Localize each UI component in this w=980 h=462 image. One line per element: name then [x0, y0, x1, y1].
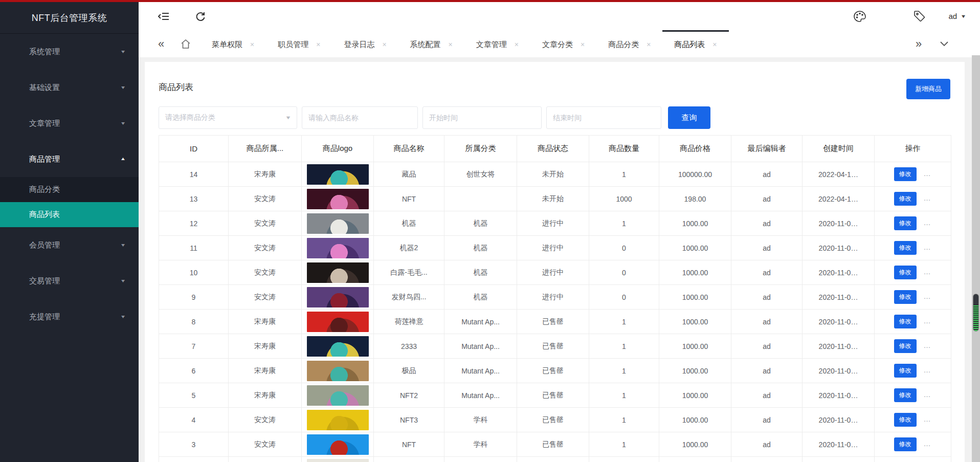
cell-seller: 宋寿康	[229, 334, 302, 359]
refresh-icon[interactable]	[194, 10, 207, 23]
add-product-button[interactable]: 新增商品	[906, 79, 950, 99]
cell-name: 综合	[374, 457, 444, 462]
tab-close-icon[interactable]: ×	[316, 40, 320, 49]
cell-actions: 修改 …	[875, 285, 951, 310]
more-actions-icon[interactable]: …	[923, 243, 931, 251]
cell-actions: 修改 …	[875, 432, 951, 457]
column-header: 商品价格	[659, 136, 731, 162]
tab[interactable]: 登录日志 ×	[332, 30, 398, 57]
sidebar-item[interactable]: 商品列表 ▼	[0, 202, 139, 227]
more-actions-icon[interactable]: …	[923, 218, 931, 227]
cell-actions: 修改 …	[875, 211, 951, 236]
cell-name: 藏品	[374, 162, 444, 187]
cell-id: 9	[159, 285, 229, 310]
cell-category: 机器	[444, 211, 517, 236]
cell-id: 5	[159, 383, 229, 408]
cell-price: 100000.00	[659, 162, 731, 187]
more-actions-icon[interactable]: …	[923, 169, 931, 178]
theme-palette-icon[interactable]	[853, 10, 866, 23]
page-scrollbar-track[interactable]	[972, 55, 980, 462]
edit-button[interactable]: 修改	[894, 216, 917, 230]
tab-close-icon[interactable]: ×	[581, 40, 585, 49]
table-row: 8 宋寿康 荷莲禅意 Mutant Ap... 已售罄 1 1000.00 ad…	[159, 310, 951, 334]
cell-id: 10	[159, 260, 229, 285]
collapse-sidebar-icon[interactable]	[157, 10, 170, 23]
tab[interactable]: 文章分类 ×	[530, 30, 596, 57]
sidebar-item[interactable]: 系统管理 ▼	[0, 34, 139, 70]
more-actions-icon[interactable]: …	[923, 366, 931, 374]
sidebar-item[interactable]: 交易管理 ▼	[0, 263, 139, 299]
more-actions-icon[interactable]: …	[923, 317, 931, 325]
tab-close-icon[interactable]: ×	[449, 40, 453, 49]
cell-created: 2020-11-0…	[803, 211, 875, 236]
tabbar-right-controls: »	[908, 30, 980, 57]
edit-button[interactable]: 修改	[894, 315, 917, 328]
product-logo-image	[307, 213, 369, 234]
cell-id: 6	[159, 359, 229, 383]
cell-qty: 1	[589, 359, 659, 383]
edit-button[interactable]: 修改	[894, 339, 917, 353]
sidebar-item[interactable]: 文章管理 ▼	[0, 105, 139, 141]
sidebar-item[interactable]: 会员管理 ▼	[0, 227, 139, 263]
tab-label: 菜单权限	[212, 40, 242, 50]
page-scrollbar-thumb[interactable]	[973, 294, 979, 332]
edit-button[interactable]: 修改	[894, 167, 917, 181]
edit-button[interactable]: 修改	[894, 437, 917, 451]
cell-status: 已售罄	[517, 408, 589, 432]
sidebar-item[interactable]: 商品分类 ▼	[0, 177, 139, 202]
edit-button[interactable]: 修改	[894, 413, 917, 427]
cell-price: 1000.00	[659, 432, 731, 457]
cell-category: 机器	[444, 260, 517, 285]
search-button[interactable]: 查询	[668, 106, 710, 129]
cell-editor: ad	[731, 162, 803, 187]
sidebar-item[interactable]: 充提管理 ▼	[0, 299, 139, 335]
chevron-down-icon: ▼	[120, 157, 126, 162]
cell-status: 已售罄	[517, 310, 589, 334]
tag-icon[interactable]	[912, 10, 926, 23]
edit-button[interactable]: 修改	[894, 266, 917, 279]
start-time-input[interactable]	[429, 107, 535, 128]
tabs-scroll-left-icon[interactable]: «	[151, 30, 171, 57]
more-actions-icon[interactable]: …	[923, 415, 931, 423]
sidebar-item[interactable]: 商品管理 ▼	[0, 141, 139, 177]
more-actions-icon[interactable]: …	[923, 292, 931, 300]
more-actions-icon[interactable]: …	[923, 341, 931, 349]
tab[interactable]: 菜单权限 ×	[200, 30, 266, 57]
tab[interactable]: 文章管理 ×	[464, 30, 530, 57]
category-select[interactable]: 请选择商品分类 ▼	[159, 106, 297, 129]
sidebar-item[interactable]: 基础设置 ▼	[0, 70, 139, 105]
more-actions-icon[interactable]: …	[923, 194, 931, 202]
more-actions-icon[interactable]: …	[923, 268, 931, 276]
cell-created: 2020-11-0…	[803, 408, 875, 432]
tab-close-icon[interactable]: ×	[647, 40, 651, 49]
edit-button[interactable]: 修改	[894, 241, 917, 255]
home-tab-icon[interactable]	[171, 30, 200, 57]
cell-seller: 宋寿康	[229, 162, 302, 187]
edit-button[interactable]: 修改	[894, 388, 917, 402]
edit-button[interactable]: 修改	[894, 192, 917, 206]
tab[interactable]: 商品列表 ×	[662, 30, 728, 57]
tab-label: 系统配置	[410, 40, 441, 50]
user-menu[interactable]: ad ▼	[948, 12, 966, 20]
tab[interactable]: 系统配置 ×	[398, 30, 464, 57]
more-actions-icon[interactable]: …	[923, 390, 931, 399]
tabs-scroll-right-icon[interactable]: »	[908, 37, 929, 51]
more-actions-icon[interactable]: …	[923, 439, 931, 448]
tab-close-icon[interactable]: ×	[250, 40, 254, 49]
cell-qty: 1	[589, 408, 659, 432]
cell-id: 4	[159, 408, 229, 432]
edit-button[interactable]: 修改	[894, 364, 917, 378]
tab-close-icon[interactable]: ×	[382, 40, 386, 49]
edit-button[interactable]: 修改	[894, 290, 917, 304]
tabs-menu-icon[interactable]	[934, 41, 954, 47]
tab[interactable]: 商品分类 ×	[596, 30, 662, 57]
cell-logo	[302, 211, 374, 236]
cell-logo	[302, 162, 374, 187]
product-logo-image	[307, 312, 369, 332]
tab-close-icon[interactable]: ×	[712, 40, 717, 49]
end-time-input[interactable]	[553, 107, 655, 128]
cell-price: 1000.00	[659, 285, 731, 310]
tab-close-icon[interactable]: ×	[515, 40, 519, 49]
product-name-input[interactable]	[308, 107, 411, 128]
tab[interactable]: 职员管理 ×	[266, 30, 332, 57]
